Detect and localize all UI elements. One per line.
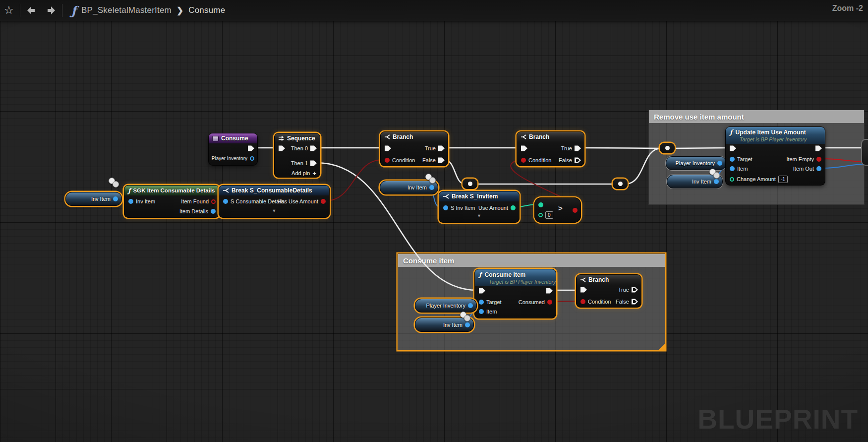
node-break-s-invitem[interactable]: Break S_InvItem S Inv Item Use Amount ▼ [439, 191, 520, 223]
greater-result-pin[interactable] [573, 208, 578, 213]
s-inv-item-in-pin[interactable] [443, 205, 448, 210]
node-greater-than[interactable]: 0 > [534, 197, 581, 223]
variable-player-inventory-remove[interactable]: Player Inventory [666, 156, 726, 170]
variable-inv-item-2[interactable]: Inv Item [380, 181, 438, 194]
pin-label: S Consumable Details [231, 198, 285, 204]
item-empty-out-pin[interactable] [816, 157, 821, 162]
breadcrumb-function[interactable]: Consume [188, 5, 225, 15]
exec-in-pin[interactable] [580, 286, 587, 293]
player-inventory-out-pin[interactable] [717, 161, 722, 166]
then0-exec-pin[interactable] [310, 145, 317, 152]
event-icon [212, 136, 219, 141]
node-title: Branch [529, 133, 549, 140]
exec-in-pin[interactable] [385, 145, 391, 152]
has-use-amount-out-pin[interactable] [321, 199, 326, 204]
node-title: Update Item Use Amount [736, 129, 806, 136]
reroute-knot-2[interactable] [613, 179, 628, 189]
favorite-star-icon[interactable]: ☆ [4, 4, 14, 17]
exec-in-pin[interactable] [279, 145, 285, 152]
greater-default-value[interactable]: 0 [545, 211, 553, 219]
item-out-pin[interactable] [816, 166, 821, 171]
false-exec-pin[interactable] [575, 157, 581, 164]
condition-pin[interactable] [580, 299, 585, 304]
true-exec-pin[interactable] [438, 145, 445, 152]
inv-item-out-pin[interactable] [429, 185, 434, 190]
variable-label: Player Inventory [676, 160, 715, 166]
item-found-out-pin[interactable] [211, 199, 216, 204]
pin-label: Player Inventory [212, 156, 247, 161]
zoom-level-label: Zoom -2 [832, 4, 863, 13]
inv-item-out-pin[interactable] [113, 196, 118, 201]
target-in-pin[interactable] [730, 157, 735, 162]
pin-label: Target [737, 156, 752, 162]
inv-item-out-pin[interactable] [465, 322, 470, 327]
exec-out-pin[interactable] [546, 287, 553, 294]
exec-in-pin[interactable] [730, 145, 736, 152]
true-exec-pin[interactable] [632, 287, 638, 293]
node-branch-3[interactable]: Branch Condition True False [576, 274, 641, 308]
back-button[interactable] [26, 5, 37, 15]
node-break-s-consumabledetails[interactable]: Break S_ConsumableDetails S Consumable D… [219, 185, 330, 218]
function-icon: ƒ [71, 3, 76, 18]
inv-item-in-pin[interactable] [128, 199, 133, 204]
reroute-knot-1[interactable] [463, 179, 477, 189]
exec-out-pin[interactable] [815, 145, 822, 152]
s-consumable-details-in-pin[interactable] [223, 199, 228, 204]
pin-label: False [422, 157, 436, 163]
blueprint-graph-editor[interactable]: ☆ ƒ BP_SkeletalMasterItem ❯ Consume Zoom… [0, 0, 868, 442]
pin-label: True [425, 145, 436, 151]
greater-input-b-pin[interactable] [538, 213, 543, 217]
variable-inv-item-consume[interactable]: Inv Item [415, 317, 474, 332]
function-icon: ƒ [479, 271, 482, 278]
false-exec-pin[interactable] [438, 157, 445, 164]
player-inventory-out-pin[interactable] [468, 303, 473, 308]
false-exec-pin[interactable] [632, 299, 638, 305]
greater-input-a-pin[interactable] [538, 202, 543, 207]
reroute-knot-3[interactable] [660, 143, 675, 153]
target-in-pin[interactable] [479, 300, 484, 305]
node-subtitle: Target is BP Player Inventory [489, 279, 552, 285]
node-subtitle: Target is BP Player Inventory [740, 136, 821, 142]
inv-item-out-pin[interactable] [714, 179, 719, 184]
pin-label: S Inv Item [451, 205, 475, 211]
pin-label: Then 1 [291, 160, 308, 166]
pin-label: Then 0 [291, 145, 308, 151]
pin-label: False [559, 157, 572, 163]
item-in-pin[interactable] [730, 166, 735, 171]
change-amount-value[interactable]: -1 [778, 176, 788, 183]
pin-label: Consumed [519, 299, 545, 305]
exec-in-pin[interactable] [521, 145, 527, 152]
branch-icon [580, 277, 586, 283]
pin-label: Item Found [181, 198, 209, 204]
node-branch-1[interactable]: Branch Condition True False [380, 131, 448, 166]
node-title: SGK Item Consumable Details [133, 188, 215, 193]
node-consume-item[interactable]: ƒ Consume Item Target is BP Player Inven… [474, 269, 556, 318]
player-inventory-out-pin[interactable] [250, 156, 254, 161]
use-amount-out-pin[interactable] [511, 205, 516, 210]
item-details-out-pin[interactable] [211, 209, 216, 214]
node-branch-2[interactable]: Branch Condition True False [517, 131, 584, 166]
node-sgk-item-consumable-details[interactable]: ƒ SGK Item Consumable Details Inv Item I… [124, 185, 220, 218]
collapse-arrow-icon[interactable]: ▼ [219, 208, 329, 213]
breadcrumb-blueprint[interactable]: BP_SkeletalMasterItem [81, 5, 172, 15]
forward-button[interactable] [45, 5, 56, 15]
exec-in-pin[interactable] [479, 287, 485, 294]
condition-pin[interactable] [521, 158, 526, 163]
true-exec-pin[interactable] [575, 145, 581, 152]
consumed-out-pin[interactable] [547, 300, 552, 305]
exec-out-pin[interactable] [248, 145, 254, 152]
node-sequence[interactable]: Sequence Then 0 Then 1 Add pin + [274, 133, 320, 178]
add-pin-button[interactable]: Add pin + [291, 170, 316, 177]
node-consume-event[interactable]: Consume Player Inventory [208, 133, 258, 166]
variable-inv-item-remove[interactable]: Inv Item [667, 175, 723, 189]
node-update-item-use-amount[interactable]: ƒ Update Item Use Amount Target is BP Pl… [725, 126, 825, 186]
variable-inv-item-1[interactable]: Inv Item [65, 192, 122, 206]
condition-pin[interactable] [385, 158, 390, 163]
collapse-arrow-icon[interactable]: ▼ [439, 213, 519, 218]
pin-label: Target [486, 299, 502, 305]
then1-exec-pin[interactable] [310, 160, 317, 167]
node-partial-offscreen[interactable] [861, 139, 868, 166]
change-amount-in-pin[interactable] [730, 177, 734, 182]
variable-player-inventory-consume[interactable]: Player Inventory [415, 299, 477, 313]
item-in-pin[interactable] [479, 309, 484, 314]
